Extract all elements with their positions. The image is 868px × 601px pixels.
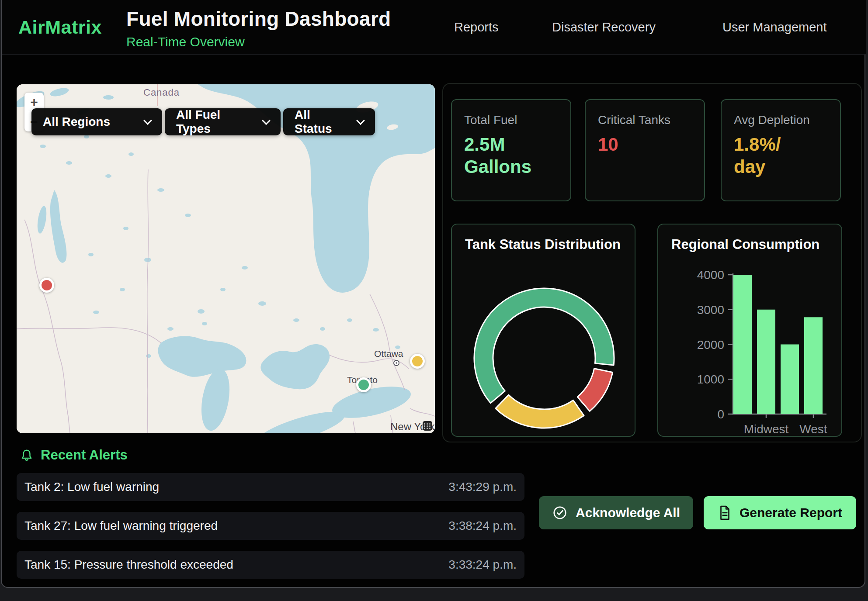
map-label-canada: Canada <box>143 87 180 98</box>
region-filter-dropdown[interactable]: All Regions <box>31 108 162 135</box>
acknowledge-all-label: Acknowledge All <box>576 505 680 520</box>
critical-tanks-value: 10 <box>598 133 692 155</box>
total-fuel-card: Total Fuel 2.5M Gallons <box>451 99 571 201</box>
bar-region-3 <box>781 345 799 414</box>
alert-time: 3:43:29 p.m. <box>448 480 517 494</box>
map-resize-handle[interactable] <box>423 421 432 431</box>
brand-logo: AirMatrix <box>18 17 102 38</box>
chevron-down-icon <box>143 116 152 125</box>
fuel-type-filter-value: All Fuel Types <box>176 108 255 136</box>
y-tick-label: 1000 <box>697 373 724 386</box>
chevron-down-icon <box>262 116 271 125</box>
x-tick-label: West <box>799 422 827 436</box>
alert-text: Tank 2: Low fuel warning <box>24 480 159 494</box>
alert-time: 3:33:24 p.m. <box>448 558 517 572</box>
title-block: Fuel Monitoring Dashboard Real-Time Over… <box>126 7 391 49</box>
page-subtitle: Real-Time Overview <box>126 35 391 49</box>
map-svg: Canada Ottawa Toronto New York <box>17 84 435 433</box>
regional-consumption-chart: 40003000200010000MidwestWest <box>658 225 842 437</box>
bar-region-1 <box>733 275 752 414</box>
nav-reports[interactable]: Reports <box>454 20 499 35</box>
alert-row[interactable]: Tank 27: Low fuel warning triggered 3:38… <box>17 512 524 540</box>
avg-depletion-card: Avg Depletion 1.8%/day <box>721 99 841 201</box>
critical-tanks-card: Critical Tanks 10 <box>585 99 705 201</box>
y-tick-label: 4000 <box>697 268 724 282</box>
donut-segment-warning <box>496 395 584 428</box>
normal-tank-marker[interactable] <box>356 377 371 392</box>
critical-tanks-label: Critical Tanks <box>598 113 692 127</box>
acknowledge-all-button[interactable]: Acknowledge All <box>539 496 693 529</box>
alert-time: 3:38:24 p.m. <box>448 519 517 533</box>
alerts-title: Recent Alerts <box>41 447 128 463</box>
bar-region-2 <box>757 310 775 414</box>
y-tick-label: 3000 <box>697 303 724 317</box>
avg-depletion-value: 1.8%/day <box>734 133 787 178</box>
regional-consumption-card: Regional Consumption 40003000200010000Mi… <box>657 224 842 437</box>
fuel-type-filter-dropdown[interactable]: All Fuel Types <box>165 108 281 135</box>
donut-segment-critical <box>577 369 612 411</box>
alerts-header: Recent Alerts <box>20 447 128 463</box>
generate-report-label: Generate Report <box>740 505 842 520</box>
map-ottawa-dot-center <box>396 362 397 364</box>
critical-tank-marker[interactable] <box>39 278 54 293</box>
warning-tank-marker[interactable] <box>410 354 425 369</box>
y-tick-label: 0 <box>717 408 724 421</box>
tank-status-card: Tank Status Distribution <box>451 224 635 437</box>
map-label-ottawa: Ottawa <box>374 349 403 359</box>
x-tick-label: Midwest <box>744 422 789 436</box>
fuel-map[interactable]: Canada Ottawa Toronto New York + − All R… <box>17 84 435 433</box>
tank-status-donut <box>452 225 635 437</box>
bar-region-4 <box>804 317 823 414</box>
header-bar: AirMatrix Fuel Monitoring Dashboard Real… <box>2 0 866 55</box>
total-fuel-label: Total Fuel <box>464 113 558 127</box>
alert-text: Tank 15: Pressure threshold exceeded <box>24 558 233 572</box>
page-title: Fuel Monitoring Dashboard <box>126 7 391 31</box>
alert-row[interactable]: Tank 2: Low fuel warning 3:43:29 p.m. <box>17 473 524 501</box>
status-filter-value: All Status <box>295 108 350 136</box>
metrics-panel: Total Fuel 2.5M Gallons Critical Tanks 1… <box>442 83 862 442</box>
document-icon <box>718 505 732 521</box>
alert-text: Tank 27: Low fuel warning triggered <box>24 519 218 533</box>
dashboard-stage: AirMatrix Fuel Monitoring Dashboard Real… <box>0 0 868 601</box>
alert-row[interactable]: Tank 15: Pressure threshold exceeded 3:3… <box>17 551 524 579</box>
nav-disaster-recovery[interactable]: Disaster Recovery <box>552 20 656 35</box>
y-tick-label: 2000 <box>697 338 724 352</box>
status-filter-dropdown[interactable]: All Status <box>283 108 375 135</box>
generate-report-button[interactable]: Generate Report <box>704 496 856 529</box>
nav-user-management[interactable]: User Management <box>722 20 827 35</box>
avg-depletion-label: Avg Depletion <box>734 113 828 127</box>
check-circle-icon <box>552 505 568 521</box>
bell-icon <box>20 448 34 462</box>
total-fuel-value: 2.5M Gallons <box>464 133 543 178</box>
chevron-down-icon <box>356 116 365 125</box>
region-filter-value: All Regions <box>43 115 110 129</box>
